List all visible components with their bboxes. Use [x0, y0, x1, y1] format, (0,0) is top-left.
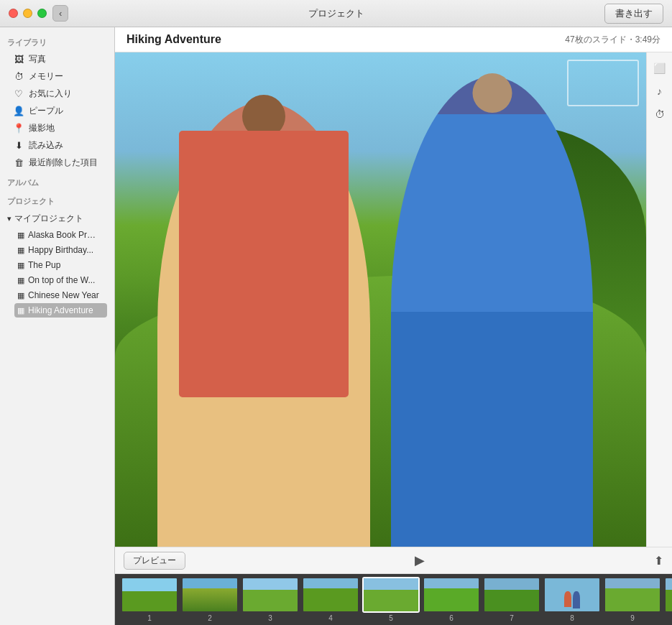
project-meta: 47枚のスライド・3:49分: [565, 34, 661, 46]
sidebar-item-favorites[interactable]: ♡ お気に入り: [3, 85, 111, 102]
sidebar-label-imports: 読み込み: [29, 139, 63, 152]
filmstrip-item-3[interactable]: 3: [241, 577, 299, 622]
filmstrip-item-1[interactable]: 1: [121, 577, 178, 622]
back-button[interactable]: ‹: [52, 5, 68, 22]
filmstrip-thumb-3[interactable]: [241, 577, 299, 613]
favorites-icon: ♡: [13, 88, 24, 99]
share-button[interactable]: ⬆: [654, 554, 663, 568]
people-layer: [115, 52, 646, 547]
filmstrip-item-5[interactable]: 5: [362, 577, 420, 622]
sidebar-item-places[interactable]: 📍 撮影地: [3, 120, 111, 136]
filmstrip-label-6: 6: [449, 614, 454, 622]
filmstrip-thumb-1[interactable]: [121, 577, 178, 613]
filmstrip-label-8: 8: [570, 614, 574, 622]
person-woman: [157, 102, 370, 547]
filmstrip-item-8[interactable]: 8: [543, 577, 601, 622]
filmstrip-thumb-8[interactable]: [543, 577, 601, 613]
filmstrip-item-4[interactable]: 4: [302, 577, 359, 622]
filmstrip-thumb-4[interactable]: [302, 577, 359, 613]
project-label-alaska: Alaska Book Proj...: [28, 230, 100, 240]
thumb-bg-6: [424, 578, 479, 611]
filmstrip-thumb-6[interactable]: [423, 577, 480, 613]
project-group-header[interactable]: ▾ マイプロジェクト: [7, 210, 107, 227]
maximize-button[interactable]: [37, 9, 47, 18]
sidebar-item-photos[interactable]: 🖼 写真: [3, 51, 111, 68]
close-button[interactable]: [9, 9, 18, 18]
chevron-down-icon: ▾: [7, 214, 11, 223]
project-label-hiking-adventure: Hiking Adventure: [28, 305, 93, 315]
duration-tool[interactable]: ⏱: [650, 104, 670, 124]
imports-icon: ⬇: [13, 140, 24, 151]
main-viewer: [115, 52, 646, 547]
project-item-happy-birthday[interactable]: ▦ Happy Birthday...: [14, 243, 107, 257]
thumb-bg-3: [243, 578, 298, 611]
export-button[interactable]: 書き出す: [604, 4, 663, 24]
project-label-happy-birthday: Happy Birthday...: [28, 245, 93, 255]
library-section-label: ライブラリ: [0, 32, 114, 50]
thumb-bg-8: [545, 578, 599, 611]
window-title: プロジェクト: [308, 7, 364, 20]
filmstrip-thumb-2[interactable]: [181, 577, 239, 613]
project-item-hiking-adventure[interactable]: ▦ Hiking Adventure: [14, 303, 107, 318]
play-button[interactable]: ▶: [410, 550, 430, 570]
filmstrip-label-1: 1: [147, 614, 152, 622]
trash-icon: 🗑: [13, 157, 24, 168]
filmstrip-thumb-5[interactable]: [362, 577, 420, 613]
sidebar-label-places: 撮影地: [29, 122, 55, 134]
project-header: Hiking Adventure 47枚のスライド・3:49分: [115, 27, 672, 52]
thumb-bg-1: [122, 578, 177, 611]
sidebar-item-imports[interactable]: ⬇ 読み込み: [3, 137, 111, 154]
music-tool[interactable]: ♪: [650, 81, 670, 101]
project-item-on-top[interactable]: ▦ On top of the W...: [14, 273, 107, 287]
filmstrip-thumb-9[interactable]: [604, 577, 661, 613]
thumb-bg-5: [364, 578, 418, 611]
filmstrip-item-9[interactable]: 9: [604, 577, 661, 622]
places-icon: 📍: [13, 123, 24, 134]
photos-icon: 🖼: [13, 54, 24, 65]
project-item-the-pup[interactable]: ▦ The Pup: [14, 258, 107, 272]
filmstrip-label-7: 7: [510, 614, 514, 622]
project-section-label: プロジェクト: [0, 190, 114, 209]
preview-button[interactable]: プレビュー: [124, 552, 185, 570]
slide-icon-2: ▦: [17, 261, 24, 270]
sidebar-item-people[interactable]: 👤 ピープル: [3, 103, 111, 119]
filmstrip-label-4: 4: [328, 614, 333, 622]
viewer-frame-overlay: [567, 60, 639, 106]
viewer-wrapper: ⬜ ♪ ⏱: [115, 52, 672, 547]
filmstrip-thumb-10[interactable]: [664, 577, 672, 613]
sidebar-item-trash[interactable]: 🗑 最近削除した項目: [3, 154, 111, 171]
filmstrip-item-7[interactable]: 7: [483, 577, 540, 622]
project-group: ▾ マイプロジェクト ▦ Alaska Book Proj... ▦ Happy…: [0, 209, 114, 320]
filmstrip-label-3: 3: [268, 614, 272, 622]
thumb-bg-9: [605, 578, 660, 611]
project-title: Hiking Adventure: [126, 33, 221, 46]
thumb-bg-2: [183, 578, 237, 611]
minimize-button[interactable]: [23, 9, 32, 18]
preview-bar: プレビュー ▶ ⬆: [115, 547, 672, 574]
right-panel: ⬜ ♪ ⏱: [646, 52, 672, 547]
sidebar-label-favorites: お気に入り: [29, 88, 72, 100]
filmstrip: 1 2 3 4: [115, 574, 672, 625]
filmstrip-item-2[interactable]: 2: [181, 577, 239, 622]
main-layout: ライブラリ 🖼 写真 ⏱ メモリー ♡ お気に入り 👤 ピープル 📍 撮影地 ⬇…: [0, 27, 672, 625]
book-icon: ▦: [17, 231, 24, 240]
slide-icon-5: ▦: [17, 306, 24, 315]
album-section-label: アルバム: [0, 172, 114, 190]
project-group-label: マイプロジェクト: [14, 213, 83, 225]
sidebar-item-memories[interactable]: ⏱ メモリー: [3, 68, 111, 85]
woman-body: [179, 131, 349, 398]
sidebar-label-trash: 最近削除した項目: [29, 157, 98, 169]
project-item-alaska[interactable]: ▦ Alaska Book Proj...: [14, 228, 107, 242]
thumb-bg-7: [484, 578, 539, 611]
filmstrip-label-9: 9: [630, 614, 635, 622]
sidebar-label-memories: メモリー: [29, 70, 63, 83]
titlebar-left: ‹: [9, 5, 68, 22]
filmstrip-item-6[interactable]: 6: [423, 577, 480, 622]
filmstrip-thumb-7[interactable]: [483, 577, 540, 613]
filmstrip-item-10[interactable]: 10: [664, 577, 672, 622]
project-label-the-pup: The Pup: [28, 260, 60, 270]
content-area: Hiking Adventure 47枚のスライド・3:49分: [115, 27, 672, 625]
project-item-chinese-new-year[interactable]: ▦ Chinese New Year: [14, 288, 107, 302]
titlebar: ‹ プロジェクト 書き出す: [0, 0, 672, 27]
layout-tool[interactable]: ⬜: [650, 58, 670, 78]
